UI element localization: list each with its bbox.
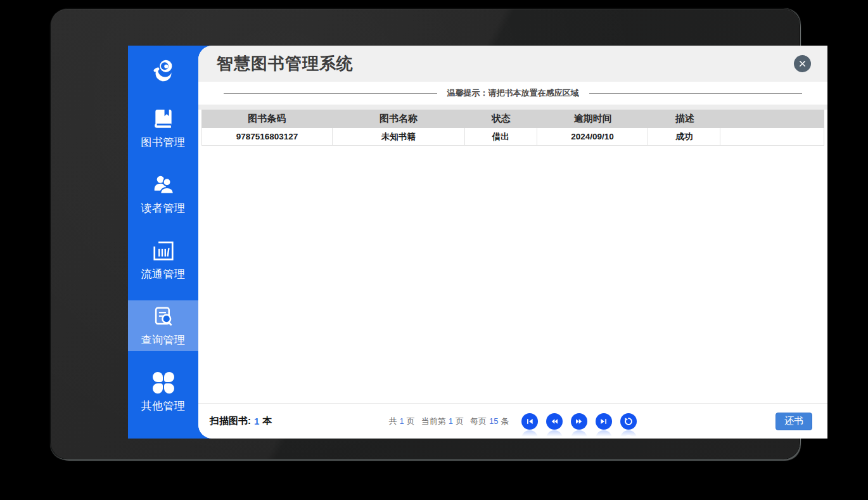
total-pages: 1 <box>400 416 404 426</box>
scan-count: 1 <box>254 416 259 426</box>
first-page-icon <box>525 416 535 426</box>
pagination-summary: 共 1 页 当前第 1 页 每页 15 条 <box>389 416 509 427</box>
notice-bar: 温馨提示：请把书本放置在感应区域 <box>198 82 827 105</box>
close-icon <box>798 59 807 68</box>
column-header-description: 描述 <box>649 113 721 125</box>
refresh-button[interactable] <box>620 413 637 430</box>
book-icon <box>151 106 176 132</box>
pagination: 共 1 页 当前第 1 页 每页 15 条 <box>389 413 637 430</box>
books-table: 图书条码 图书名称 状态 逾期时间 描述 9787516803127 未知书籍 … <box>201 110 824 146</box>
close-button[interactable] <box>794 55 811 72</box>
notice-gap <box>198 105 827 110</box>
per-suffix: 条 <box>501 416 509 427</box>
sidebar: 图书管理 读者管理 <box>128 46 198 439</box>
panel-footer: 扫描图书: 1 本 共 1 页 当前第 1 页 每页 1 <box>198 403 827 439</box>
cell-description: 成功 <box>648 128 720 145</box>
sidebar-item-inner: 查询管理 <box>128 300 198 351</box>
scan-label: 扫描图书: <box>210 415 251 427</box>
sidebar-item-label: 图书管理 <box>141 135 186 150</box>
cell-extra <box>720 128 824 145</box>
sidebar-item-inner: 图书管理 <box>128 101 198 155</box>
per-prefix: 每页 <box>470 416 487 427</box>
fast-forward-button[interactable] <box>571 413 587 430</box>
sidebar-item-label: 其他管理 <box>141 399 186 413</box>
sidebar-item-label: 流通管理 <box>141 267 186 281</box>
swirl-bird-logo-icon <box>148 55 179 86</box>
sidebar-item-other[interactable]: 其他管理 <box>128 359 198 425</box>
readers-icon <box>151 172 176 198</box>
sidebar-item-inner: 其他管理 <box>128 364 198 419</box>
column-header-barcode: 图书条码 <box>201 113 332 125</box>
cell-overdue: 2024/09/10 <box>537 128 649 145</box>
notice-text: 温馨提示：请把书本放置在感应区域 <box>447 87 579 99</box>
column-header-name: 图书名称 <box>332 113 464 125</box>
pagination-buttons <box>521 413 637 430</box>
per-count: 15 <box>489 416 498 426</box>
notice-divider-right <box>589 93 803 94</box>
notice-divider-left <box>224 93 437 94</box>
total-suffix: 页 <box>407 416 415 427</box>
four-petal-icon <box>151 370 176 395</box>
current-prefix: 当前第 <box>421 416 446 427</box>
cell-status: 借出 <box>465 128 537 145</box>
current-page: 1 <box>449 416 453 426</box>
current-suffix: 页 <box>456 416 464 427</box>
cell-name: 未知书籍 <box>333 128 465 145</box>
refresh-icon <box>623 416 634 426</box>
total-prefix: 共 <box>389 416 397 427</box>
sidebar-item-books[interactable]: 图书管理 <box>128 95 198 161</box>
table-empty-area <box>198 146 827 403</box>
sidebar-item-label: 读者管理 <box>141 201 186 215</box>
sidebar-item-circulation[interactable]: 流通管理 <box>128 227 198 293</box>
page-title: 智慧图书管理系统 <box>217 53 354 75</box>
scan-unit: 本 <box>262 415 272 427</box>
sidebar-item-query[interactable]: 查询管理 <box>128 293 198 359</box>
table-header: 图书条码 图书名称 状态 逾期时间 描述 <box>201 110 824 128</box>
device-frame: 图书管理 读者管理 <box>51 9 800 459</box>
rewind-icon <box>549 416 559 426</box>
first-page-button[interactable] <box>521 413 538 430</box>
column-header-status: 状态 <box>465 113 537 125</box>
content-panel: 智慧图书管理系统 温馨提示：请把书本放置在感应区域 <box>198 46 827 439</box>
sidebar-item-readers[interactable]: 读者管理 <box>128 161 198 227</box>
app-screen: 图书管理 读者管理 <box>128 46 827 439</box>
return-book-button[interactable]: 还书 <box>775 413 812 430</box>
fast-forward-icon <box>574 416 584 426</box>
last-page-icon <box>599 416 609 426</box>
sidebar-item-inner: 读者管理 <box>128 167 198 221</box>
last-page-button[interactable] <box>596 413 612 430</box>
rewind-button[interactable] <box>546 413 563 430</box>
bookshelf-icon <box>151 238 176 264</box>
table-row[interactable]: 9787516803127 未知书籍 借出 2024/09/10 成功 <box>201 128 824 146</box>
document-search-icon <box>151 304 176 330</box>
sidebar-item-inner: 流通管理 <box>128 233 198 287</box>
scan-info: 扫描图书: 1 本 <box>210 415 272 427</box>
panel-header: 智慧图书管理系统 <box>198 46 827 82</box>
cell-barcode: 9787516803127 <box>202 128 333 145</box>
sidebar-item-label: 查询管理 <box>141 333 186 347</box>
column-header-overdue: 逾期时间 <box>537 113 649 125</box>
stage: 图书管理 读者管理 <box>0 0 868 500</box>
logo <box>128 46 198 95</box>
